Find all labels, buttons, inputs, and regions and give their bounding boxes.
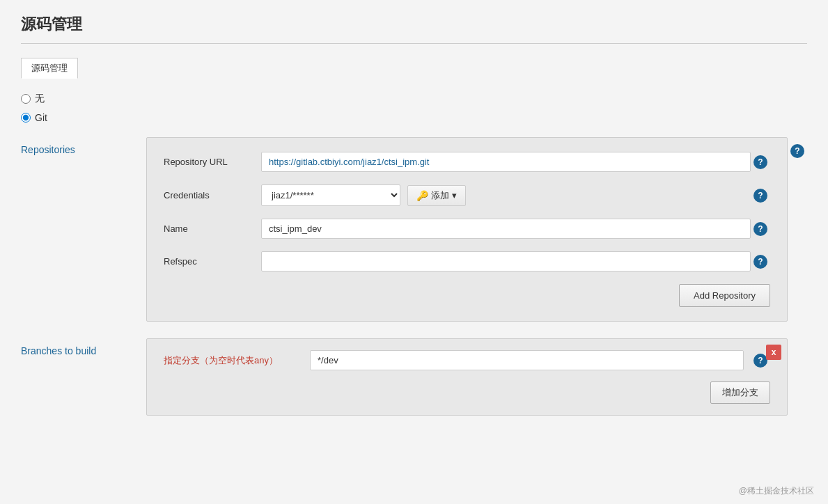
- repo-url-label: Repository URL: [164, 157, 261, 167]
- add-credentials-button[interactable]: 🔑 添加 ▾: [407, 185, 466, 206]
- branches-label: Branches to build: [21, 338, 146, 356]
- credentials-row-outer: Credentials jiaz1/****** 🔑 添加 ▾ ?: [164, 184, 770, 206]
- repositories-section: Repositories Repository URL ? Credential…: [21, 137, 807, 322]
- radio-group: 无 Git: [21, 93, 807, 123]
- name-help-icon[interactable]: ?: [753, 222, 767, 236]
- radio-git[interactable]: Git: [21, 112, 807, 123]
- key-icon: 🔑: [416, 190, 428, 201]
- repositories-content: Repository URL ? Credentials jiaz1/*****…: [146, 137, 788, 322]
- repositories-label: Repositories: [21, 137, 146, 155]
- refspec-row: Refspec ?: [164, 251, 770, 271]
- refspec-help-wrap: ?: [751, 255, 770, 269]
- credentials-label: Credentials: [164, 190, 261, 200]
- refspec-help-icon[interactable]: ?: [753, 255, 767, 269]
- branch-row: 指定分支（为空时代表any） ?: [164, 350, 770, 370]
- name-input[interactable]: [261, 219, 751, 239]
- radio-none-input[interactable]: [21, 94, 31, 104]
- refspec-input[interactable]: [261, 251, 751, 271]
- tab-scm[interactable]: 源码管理: [21, 58, 78, 79]
- name-help-wrap: ?: [751, 222, 770, 236]
- name-row: Name ?: [164, 219, 770, 239]
- branches-outer-help: [788, 338, 807, 345]
- add-cred-label: 添加: [431, 189, 449, 202]
- radio-git-label: Git: [35, 112, 47, 123]
- name-label: Name: [164, 223, 261, 234]
- radio-none-label: 无: [35, 93, 45, 105]
- radio-git-input[interactable]: [21, 113, 31, 123]
- page-title: 源码管理: [21, 14, 807, 44]
- add-branch-button[interactable]: 增加分支: [710, 381, 770, 404]
- branches-section: Branches to build x 指定分支（为空时代表any） ? 增加分…: [21, 338, 807, 416]
- delete-branch-button[interactable]: x: [766, 345, 781, 360]
- add-branch-btn-row: 增加分支: [164, 381, 770, 404]
- refspec-label: Refspec: [164, 256, 261, 267]
- refspec-field: [261, 251, 751, 271]
- page-container: 源码管理 源码管理 无 Git Repositories Repository …: [0, 0, 828, 504]
- branches-content: x 指定分支（为空时代表any） ? 增加分支: [146, 338, 788, 416]
- credentials-select[interactable]: jiaz1/******: [261, 184, 400, 206]
- branch-input[interactable]: [310, 350, 744, 370]
- repo-url-help-icon[interactable]: ?: [753, 155, 767, 169]
- branch-help-icon[interactable]: ?: [753, 354, 767, 368]
- repo-url-help-wrap: ?: [751, 155, 770, 169]
- radio-none[interactable]: 无: [21, 93, 807, 105]
- repo-url-field: [261, 152, 751, 172]
- credentials-help-icon[interactable]: ?: [753, 189, 767, 203]
- repo-url-row: Repository URL ?: [164, 152, 770, 172]
- watermark: @稀土掘金技术社区: [739, 485, 814, 497]
- scm-tabs: 源码管理: [21, 58, 807, 79]
- branch-field-label: 指定分支（为空时代表any）: [164, 354, 303, 367]
- add-repo-btn-row: Add Repository: [164, 284, 770, 307]
- dropdown-arrow-icon: ▾: [452, 190, 457, 200]
- credentials-field: jiaz1/****** 🔑 添加 ▾: [261, 184, 751, 206]
- credentials-help-wrap: ?: [751, 189, 770, 203]
- add-repository-button[interactable]: Add Repository: [679, 284, 770, 307]
- repositories-help-icon[interactable]: ?: [790, 144, 804, 158]
- repo-url-input[interactable]: [261, 152, 751, 172]
- name-field: [261, 219, 751, 239]
- repositories-outer-help: ?: [788, 137, 807, 158]
